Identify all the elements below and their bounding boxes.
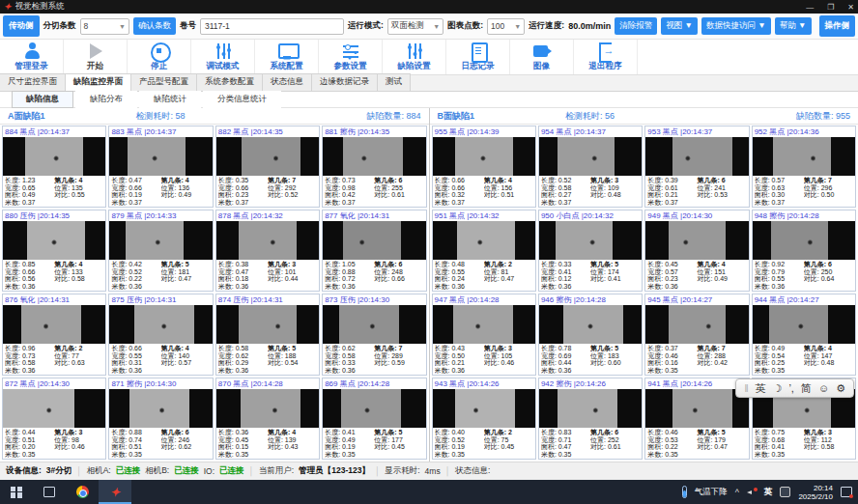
ribbon-button[interactable]: 参数设置	[319, 40, 383, 74]
ime-tray-icon[interactable]	[780, 487, 790, 497]
defect-cell[interactable]: 953 黑点 |20:14:37 长度: 0.39 宽度: 0.61 面积: 0…	[644, 126, 749, 208]
ribbon-button[interactable]: 退出程序	[574, 40, 638, 74]
main-tab[interactable]: 产品型号配置	[130, 73, 197, 91]
defect-image[interactable]	[753, 137, 855, 176]
defect-cell[interactable]: 943 黑点 |20:14:26 长度: 0.40 宽度: 0.52 面积: 0…	[432, 378, 536, 460]
defect-image[interactable]	[539, 305, 642, 344]
defect-image[interactable]	[216, 389, 319, 428]
defect-cell[interactable]: 871 擦伤 |20:14:30 长度: 0.88 宽度: 0.74 面积: 0…	[108, 378, 213, 460]
defect-cell[interactable]: 955 黑点 |20:14:39 长度: 0.66 宽度: 0.66 面积: 0…	[432, 126, 536, 208]
defect-cell[interactable]: 874 压伤 |20:14:31 长度: 0.58 宽度: 0.62 面积: 0…	[215, 294, 320, 376]
defect-image[interactable]	[539, 221, 642, 260]
defect-image[interactable]	[433, 221, 535, 260]
weather-text[interactable]: 气温下降	[695, 487, 728, 498]
sub-tab[interactable]: 缺陷分布	[75, 91, 137, 108]
defect-image[interactable]	[433, 137, 535, 176]
run-mode-select[interactable]: 双面检测▼	[387, 18, 443, 35]
weather-thermometer-icon[interactable]	[682, 486, 687, 498]
slit-count-select[interactable]: 8▼	[80, 18, 129, 35]
defect-image[interactable]	[323, 221, 425, 260]
start-button[interactable]	[0, 480, 33, 504]
defect-image[interactable]	[109, 221, 212, 260]
ime-halfwidth-icon[interactable]: ☽	[773, 382, 783, 395]
defect-image[interactable]	[109, 389, 212, 428]
ribbon-button[interactable]: 日志记录	[446, 40, 510, 74]
ribbon-button[interactable]: 停止	[128, 40, 191, 74]
ribbon-button[interactable]: 调试模式	[191, 40, 255, 74]
defect-image[interactable]	[109, 137, 212, 176]
defect-image[interactable]	[109, 305, 212, 344]
language-indicator[interactable]: 英	[764, 487, 773, 498]
defect-cell[interactable]: 876 氧化 |20:14:31 长度: 0.96 宽度: 0.73 面积: 0…	[2, 294, 106, 376]
defect-image[interactable]	[3, 221, 105, 260]
defect-image[interactable]	[3, 305, 105, 344]
defect-cell[interactable]: 945 黑点 |20:14:27 长度: 0.37 宽度: 0.46 面积: 0…	[644, 294, 749, 376]
defect-cell[interactable]: 949 黑点 |20:14:30 长度: 0.45 宽度: 0.57 面积: 0…	[644, 210, 749, 292]
defect-image[interactable]	[753, 221, 855, 260]
roll-number-input[interactable]	[200, 18, 344, 35]
defect-image[interactable]	[216, 221, 319, 260]
sub-tab[interactable]: 分类信息统计	[203, 91, 281, 108]
defect-cell[interactable]: 944 黑点 |20:14:27 长度: 0.49 宽度: 0.54 面积: 0…	[752, 294, 856, 376]
ribbon-button[interactable]: 开始	[64, 40, 128, 74]
defect-cell[interactable]: 941 黑点 |20:14:26 长度: 0.46 宽度: 0.53 面积: 0…	[644, 378, 749, 460]
defect-cell[interactable]: 878 黑点 |20:14:32 长度: 0.38 宽度: 0.47 面积: 0…	[215, 210, 320, 292]
defect-image[interactable]	[645, 305, 748, 344]
maximize-button[interactable]: ❐	[827, 3, 834, 12]
defect-cell[interactable]: 950 小白点 |20:14:32 长度: 0.33 宽度: 0.41 面积: …	[538, 210, 643, 292]
view-menu-button[interactable]: 视图 ▼	[661, 17, 698, 35]
help-menu-button[interactable]: 帮助 ▼	[775, 17, 812, 35]
defect-image[interactable]	[433, 305, 535, 344]
defect-image[interactable]	[645, 137, 748, 176]
ime-english-toggle[interactable]: 英	[756, 381, 766, 396]
defect-image[interactable]	[323, 137, 425, 176]
defect-cell[interactable]: 884 黑点 |20:14:37 长度: 1.23 宽度: 0.65 面积: 0…	[2, 126, 106, 208]
ime-drag-handle[interactable]: ‖	[744, 383, 748, 394]
confirm-count-button[interactable]: 确认条数	[133, 17, 176, 35]
defect-cell[interactable]: 872 黑点 |20:14:30 长度: 0.44 宽度: 0.51 面积: 0…	[2, 378, 106, 460]
defect-image[interactable]	[645, 389, 748, 428]
defect-image[interactable]	[3, 137, 105, 176]
defect-cell[interactable]: 952 黑点 |20:14:36 长度: 0.57 宽度: 0.63 面积: 0…	[752, 126, 856, 208]
tray-expand-caret[interactable]: ^	[735, 488, 739, 497]
minimize-button[interactable]: —	[806, 3, 814, 12]
defect-cell[interactable]: 951 黑点 |20:14:32 长度: 0.48 宽度: 0.55 面积: 0…	[432, 210, 536, 292]
defect-cell[interactable]: 883 黑点 |20:14:37 长度: 0.47 宽度: 0.66 面积: 0…	[108, 126, 213, 208]
defect-cell[interactable]: 881 擦伤 |20:14:35 长度: 0.73 宽度: 0.98 面积: 0…	[322, 126, 426, 208]
ime-settings-icon[interactable]: ⚙	[836, 382, 845, 395]
defect-cell[interactable]: 954 黑点 |20:14:37 长度: 0.52 宽度: 0.58 面积: 0…	[538, 126, 643, 208]
defect-cell[interactable]: 879 黑点 |20:14:33 长度: 0.42 宽度: 0.52 面积: 0…	[108, 210, 213, 292]
notification-center-icon[interactable]	[841, 487, 852, 497]
browser-taskbar-button[interactable]	[66, 480, 99, 504]
defect-image[interactable]	[216, 305, 319, 344]
defect-cell[interactable]: 942 擦伤 |20:14:26 长度: 0.83 宽度: 0.71 面积: 0…	[538, 378, 643, 460]
ribbon-button[interactable]: 系统配置	[255, 40, 319, 74]
data-quick-access-button[interactable]: 数据快捷访问 ▼	[701, 17, 771, 35]
defect-cell[interactable]: 869 黑点 |20:14:28 长度: 0.41 宽度: 0.49 面积: 0…	[322, 378, 426, 460]
volume-icon[interactable]	[747, 488, 757, 497]
defect-cell[interactable]: 882 黑点 |20:14:35 长度: 0.35 宽度: 0.66 面积: 0…	[215, 126, 320, 208]
main-tab[interactable]: 边缘数据记录	[311, 73, 378, 91]
defect-cell[interactable]: 947 黑点 |20:14:28 长度: 0.43 宽度: 0.50 面积: 0…	[432, 294, 536, 376]
ime-emoji-icon[interactable]: ☺	[818, 382, 829, 394]
ribbon-button[interactable]: 管理登录	[0, 40, 64, 74]
operator-side-button[interactable]: 操作侧	[819, 15, 856, 37]
defect-image[interactable]	[3, 389, 105, 428]
drive-side-button[interactable]: 传动侧	[3, 15, 40, 37]
chart-points-select[interactable]: 100▼	[487, 18, 525, 35]
defect-image[interactable]	[216, 137, 319, 176]
close-button[interactable]: ✕	[847, 3, 854, 12]
defect-image[interactable]	[433, 389, 535, 428]
defect-cell[interactable]: 873 压伤 |20:14:30 长度: 0.62 宽度: 0.58 面积: 0…	[322, 294, 426, 376]
defect-image[interactable]	[645, 221, 748, 260]
clear-alarm-button[interactable]: 清除报警	[615, 17, 657, 35]
defect-cell[interactable]: 946 擦伤 |20:14:28 长度: 0.78 宽度: 0.69 面积: 0…	[538, 294, 643, 376]
defect-cell[interactable]: 948 擦伤 |20:14:28 长度: 0.92 宽度: 0.79 面积: 0…	[752, 210, 856, 292]
defect-image[interactable]	[539, 389, 642, 428]
main-tab[interactable]: 系统参数配置	[196, 73, 263, 91]
defect-cell[interactable]: 875 压伤 |20:14:31 长度: 0.66 宽度: 0.55 面积: 0…	[108, 294, 213, 376]
sub-tab[interactable]: 缺陷统计	[139, 91, 201, 108]
main-tab[interactable]: 尺寸监控界面	[0, 73, 66, 91]
main-tab[interactable]: 状态信息	[262, 73, 312, 91]
defect-cell[interactable]: 877 氧化 |20:14:31 长度: 1.05 宽度: 0.88 面积: 0…	[322, 210, 426, 292]
